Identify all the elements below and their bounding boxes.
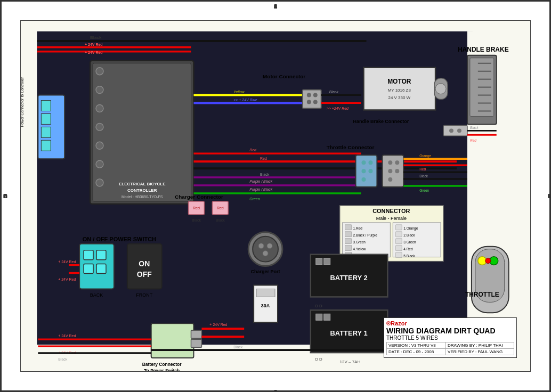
svg-text:Charger Connector: Charger Connector [175, 194, 223, 200]
svg-point-70 [449, 128, 453, 133]
svg-text:4.Red: 4.Red [403, 247, 413, 251]
svg-rect-125 [84, 250, 93, 260]
date-cell: DATE : DEC - 09 - 2008 [387, 349, 446, 355]
svg-text:+ 24V Red: + 24V Red [85, 43, 103, 46]
svg-point-78 [362, 160, 366, 165]
svg-text:+ 24V Red: + 24V Red [58, 278, 76, 282]
svg-text:Black: Black [58, 357, 68, 361]
svg-rect-83 [382, 155, 403, 187]
svg-text:Orange: Orange [419, 154, 431, 158]
svg-text:Power Connector to Controller: Power Connector to Controller [21, 77, 24, 127]
diagram-subtitle: THROTTLE 5 WIRES [386, 335, 514, 341]
svg-text:BACK: BACK [90, 292, 103, 298]
svg-rect-69 [443, 125, 467, 136]
svg-text:Battery Connector: Battery Connector [142, 362, 182, 367]
svg-text:2.Black / Purple: 2.Black / Purple [353, 233, 378, 238]
svg-rect-165 [151, 323, 194, 358]
svg-point-82 [362, 177, 366, 182]
svg-point-88 [388, 177, 392, 182]
svg-point-71 [457, 128, 461, 133]
svg-rect-162 [324, 314, 330, 320]
svg-text:Black: Black [192, 218, 201, 222]
svg-text:ON / OFF POWER SWITCH: ON / OFF POWER SWITCH [83, 236, 156, 242]
svg-rect-166 [191, 330, 201, 338]
svg-point-85 [395, 160, 399, 165]
title-block: ®Razor WIRING DIAGRAM DIRT QUAD THROTTLE… [384, 317, 517, 358]
svg-text:FRONT: FRONT [136, 292, 152, 298]
svg-rect-43 [303, 90, 321, 109]
svg-text:12V – 7AH: 12V – 7AH [340, 360, 361, 364]
diagram-title: WIRING DIAGRAM DIRT QUAD [386, 326, 514, 335]
svg-text:Handle Brake Connector: Handle Brake Connector [353, 119, 409, 124]
verified-by-cell: VERIFIED BY : PAUL WANG [446, 349, 514, 355]
svg-point-147 [258, 243, 264, 249]
svg-text:Charger Port: Charger Port [251, 269, 280, 274]
svg-text:Black: Black [419, 174, 428, 178]
svg-text:Red: Red [419, 167, 426, 171]
svg-point-44 [307, 93, 311, 97]
svg-text:Red: Red [470, 138, 476, 142]
svg-text:Black: Black [90, 35, 102, 40]
svg-text:1.Orange: 1.Orange [403, 226, 418, 231]
svg-rect-157 [324, 258, 330, 265]
svg-rect-128 [96, 264, 106, 274]
svg-point-47 [313, 100, 318, 104]
svg-text:Red: Red [249, 148, 257, 152]
svg-text:Black: Black [216, 218, 225, 222]
svg-text:Red: Red [193, 206, 200, 210]
svg-text:1.Red: 1.Red [353, 226, 363, 230]
grid-letter-ra: A [548, 193, 551, 199]
svg-text:2.Black: 2.Black [403, 233, 415, 237]
svg-text:Purple / Black: Purple / Black [249, 179, 273, 184]
svg-point-17 [96, 86, 103, 94]
svg-rect-15 [93, 63, 191, 201]
diagram-inner: Black + 24V Red + 24V Red Power Connecto… [20, 20, 531, 372]
svg-point-87 [395, 169, 399, 173]
title-table: VERSION : V3 THRU V8 DRAWING BY : PHILIP… [386, 342, 514, 355]
svg-text:30A: 30A [261, 303, 270, 308]
svg-point-20 [96, 142, 103, 149]
svg-rect-114 [395, 232, 402, 237]
svg-text:Green: Green [249, 197, 260, 201]
svg-rect-11 [41, 127, 51, 137]
svg-point-179 [485, 258, 491, 264]
svg-text:Black: Black [260, 173, 270, 176]
svg-point-46 [307, 100, 311, 104]
svg-rect-104 [345, 232, 352, 237]
svg-text:>> + 24V Blue: >> + 24V Blue [233, 98, 257, 102]
svg-rect-126 [96, 250, 106, 260]
svg-text:ON: ON [139, 259, 150, 268]
svg-text:BATTERY 2: BATTERY 2 [330, 274, 367, 282]
svg-rect-127 [84, 264, 93, 274]
svg-text:O D: O D [315, 304, 322, 308]
svg-point-22 [96, 179, 103, 186]
svg-point-81 [368, 169, 372, 173]
svg-text:THROTTLE: THROTTLE [465, 291, 499, 298]
svg-text:>> +24V Red: >> +24V Red [327, 107, 349, 110]
svg-point-80 [362, 169, 366, 173]
svg-text:Purple / Black: Purple / Black [249, 187, 273, 192]
svg-text:+ 24V Red: + 24V Red [85, 51, 103, 54]
svg-text:Green: Green [419, 189, 429, 192]
svg-point-149 [263, 251, 268, 256]
svg-text:MY 1016 Z3: MY 1016 Z3 [388, 88, 411, 93]
svg-rect-9 [41, 101, 51, 111]
svg-text:3.Green: 3.Green [353, 240, 366, 244]
svg-point-18 [96, 105, 103, 112]
svg-rect-161 [316, 314, 322, 320]
svg-point-21 [96, 160, 103, 168]
svg-text:Male  -  Female: Male - Female [376, 216, 407, 221]
svg-text:Black: Black [233, 345, 243, 349]
svg-text:Black: Black [470, 126, 479, 129]
svg-text:+ 24V Red: + 24V Red [58, 260, 76, 264]
svg-text:Throttle Connector: Throttle Connector [327, 144, 375, 150]
svg-text:HANDLE BRAKE: HANDLE BRAKE [458, 46, 509, 53]
svg-rect-12 [41, 140, 51, 151]
svg-text:To Power Switch: To Power Switch [144, 368, 180, 371]
svg-text:3.Green: 3.Green [403, 240, 416, 244]
svg-text:O D: O D [315, 357, 322, 362]
svg-text:5.Black: 5.Black [403, 254, 415, 258]
svg-text:24 V 350 W: 24 V 350 W [388, 95, 410, 100]
svg-rect-106 [345, 246, 352, 251]
svg-rect-117 [395, 252, 402, 258]
